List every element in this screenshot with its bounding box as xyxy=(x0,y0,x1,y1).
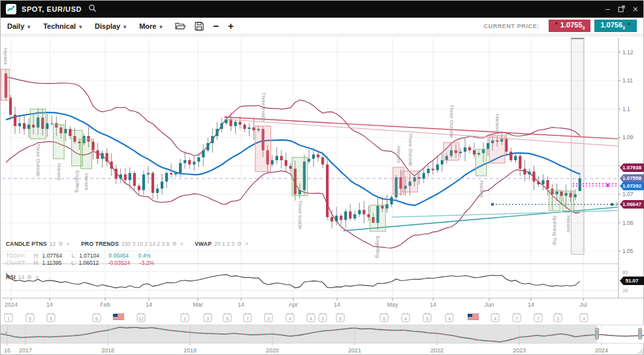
nav-handle-left[interactable] xyxy=(596,328,599,339)
calendar-event-icon[interactable]: 7 xyxy=(244,313,251,322)
svg-text:1.07: 1.07 xyxy=(622,191,634,197)
calendar-event-icon[interactable]: 7 xyxy=(534,313,542,322)
pattern-label: Harami xyxy=(56,163,62,180)
zoom-in-button[interactable]: + xyxy=(228,21,234,31)
pattern-label: Three Outside xyxy=(408,133,413,167)
navigator-year-label: 2023 xyxy=(513,347,526,354)
svg-text:1.05: 1.05 xyxy=(622,248,634,254)
pattern-label: Engulfing xyxy=(375,236,381,258)
navigator-year-label: 2020 xyxy=(266,347,279,354)
chart-stats-row: CHART: H: 1.11395 L: 1.06012 -0.03524 -3… xyxy=(6,256,161,267)
chart-change: -0.03524 xyxy=(108,260,131,266)
calendar-event-icon[interactable]: 2 xyxy=(181,313,189,322)
calendar-event-icon[interactable]: 4 xyxy=(402,313,410,322)
chevron-down-icon: ▼ xyxy=(26,24,31,30)
svg-text:4: 4 xyxy=(583,316,585,321)
menu-display[interactable]: Display▼ xyxy=(95,22,127,30)
range-navigator[interactable]: ×1620172018201920202021202220232024 xyxy=(1,325,644,354)
svg-text:Mar: Mar xyxy=(193,301,203,308)
svg-text:4: 4 xyxy=(310,316,312,321)
svg-text:7: 7 xyxy=(515,316,518,321)
gear-icon[interactable]: ⚙ xyxy=(237,241,242,247)
calendar-event-icon[interactable]: 12 xyxy=(137,313,145,322)
calendar-event-icon[interactable]: 7 xyxy=(513,313,521,322)
calendar-event-icon[interactable]: 5 xyxy=(423,313,431,322)
calendar-event-icon[interactable]: 4 xyxy=(286,313,294,322)
vwap-label: VWAP xyxy=(195,241,212,247)
svg-text:6: 6 xyxy=(339,316,342,321)
chevron-down-icon: ▼ xyxy=(158,24,163,30)
resize-grip-icon[interactable] xyxy=(638,348,643,354)
close-button[interactable]: × xyxy=(633,5,638,14)
calendar-event-icon[interactable]: 4 xyxy=(491,313,499,322)
pattern-label: Harami xyxy=(3,48,8,65)
zoom-out-button[interactable]: − xyxy=(213,21,219,31)
calendar-event-icon[interactable]: 6 xyxy=(47,313,55,322)
navigator-mask[interactable] xyxy=(1,325,597,343)
close-icon[interactable]: × xyxy=(245,241,248,247)
bid-price-badge: ▼ 1.07553 xyxy=(549,20,591,31)
chart-high: 1.11395 xyxy=(42,260,61,266)
open-folder-icon[interactable] xyxy=(175,22,185,30)
menu-technical[interactable]: Technical▼ xyxy=(43,22,83,30)
calendar-event-icon[interactable]: 6 xyxy=(336,313,344,322)
chevron-down-icon: ▼ xyxy=(122,24,127,30)
nav-handle-right[interactable] xyxy=(639,328,642,339)
svg-text:5: 5 xyxy=(426,316,428,321)
ask-price-badge: 1.07563 ▲ xyxy=(594,20,637,31)
pattern-box xyxy=(54,125,65,159)
calendar-event-icon[interactable]: 6 xyxy=(380,313,388,322)
menu-more[interactable]: More▼ xyxy=(139,22,163,30)
svg-text:Jun: Jun xyxy=(485,301,494,308)
svg-text:12: 12 xyxy=(138,316,144,321)
svg-text:2: 2 xyxy=(615,202,618,207)
latest-session-highlight[interactable] xyxy=(571,38,584,254)
chart-canvas[interactable]: 2HaramiThree OutsideHaramiEngulfingHaram… xyxy=(1,1,644,355)
svg-text:Apr: Apr xyxy=(289,301,298,308)
us-flag-icon[interactable] xyxy=(113,314,124,320)
calendar-event-icon[interactable]: 3 xyxy=(204,313,212,322)
svg-text:4: 4 xyxy=(404,316,407,321)
gear-icon[interactable]: ⚙ xyxy=(27,274,32,280)
close-icon[interactable]: × xyxy=(35,274,39,280)
svg-text:14: 14 xyxy=(334,301,340,308)
event-icons-row[interactable]: 156612236734436645447734 xyxy=(5,313,588,322)
gear-icon[interactable]: ⚙ xyxy=(172,241,177,247)
popout-button[interactable] xyxy=(618,5,625,14)
close-icon[interactable]: × xyxy=(180,241,184,247)
calendar-event-icon[interactable]: 4 xyxy=(580,313,588,322)
calendar-event-icon[interactable]: 6 xyxy=(93,313,101,322)
trend-lines[interactable] xyxy=(224,117,618,231)
minimize-button[interactable]: – xyxy=(605,5,610,13)
calendar-event-icon[interactable]: 5 xyxy=(26,313,34,322)
svg-text:May: May xyxy=(387,301,398,308)
pattern-label: Three Outside xyxy=(449,105,455,138)
svg-text:4: 4 xyxy=(494,316,496,321)
pattern-label: Three Inside xyxy=(297,200,303,229)
pattern-label: Harami xyxy=(84,173,89,190)
calendar-event-icon[interactable]: 3 xyxy=(319,313,327,322)
calendar-event-icon[interactable]: 6 xyxy=(223,313,231,322)
svg-text:3: 3 xyxy=(321,316,324,321)
calendar-event-icon[interactable]: 4 xyxy=(445,313,453,322)
axis-price-badge: 1.07938 xyxy=(620,163,644,172)
calendar-event-icon[interactable]: 4 xyxy=(307,313,315,322)
calendar-event-icon[interactable]: 3 xyxy=(554,313,562,322)
us-flag-icon[interactable] xyxy=(468,314,479,320)
chevron-down-icon: ▼ xyxy=(78,24,83,30)
menu-interval[interactable]: Daily▼ xyxy=(7,22,31,30)
navigator-close-icon[interactable]: × xyxy=(5,330,8,335)
calendar-event-icon[interactable]: 3 xyxy=(265,313,272,322)
gear-icon[interactable]: ⚙ xyxy=(58,241,63,247)
svg-text:1.09: 1.09 xyxy=(622,134,634,141)
pattern-label: Harami xyxy=(566,215,572,232)
arrow-down-icon: ▼ xyxy=(555,22,558,25)
indicator-legend: CANDLE PTNS12⚙× PRO TRENDS150 3 10 2 14 … xyxy=(6,237,251,248)
close-icon[interactable]: × xyxy=(67,241,70,247)
save-icon[interactable] xyxy=(195,22,204,31)
search-icon[interactable] xyxy=(88,3,97,15)
svg-text:1.06: 1.06 xyxy=(622,220,634,226)
axis-price-badge: 1.07558 xyxy=(620,174,644,182)
svg-text:1.11: 1.11 xyxy=(622,77,633,84)
calendar-event-icon[interactable]: 1 xyxy=(5,313,12,322)
